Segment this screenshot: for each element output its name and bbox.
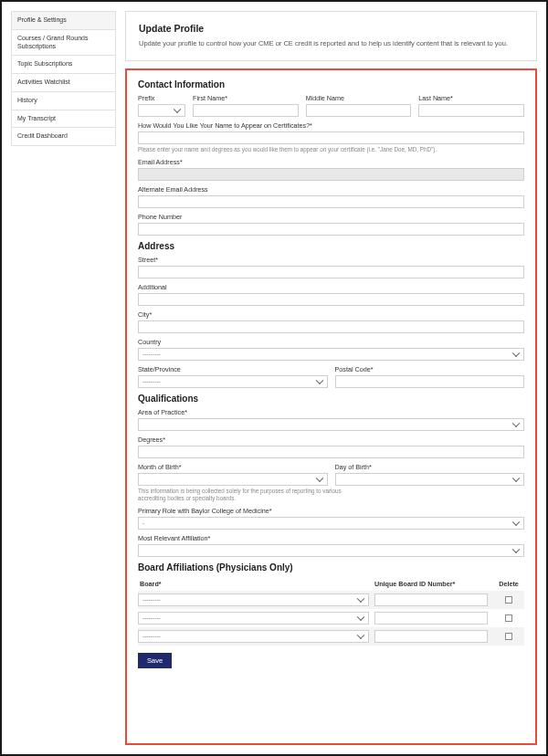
state-select[interactable]: --------- — [138, 375, 328, 388]
email-label: Email Address* — [138, 158, 524, 166]
mob-label: Month of Birth* — [138, 463, 328, 471]
delete-checkbox[interactable] — [505, 614, 512, 622]
alt-email-label: Alternate Email Address — [138, 185, 524, 194]
board-id-input[interactable] — [374, 593, 488, 606]
sidebar-item-history[interactable]: History — [11, 91, 116, 110]
header-card: Update Profile Update your profile to co… — [125, 11, 537, 61]
alt-email-input[interactable] — [138, 195, 524, 208]
table-row: --------- — [138, 591, 524, 609]
prefix-label: Prefix — [138, 94, 185, 102]
board-select[interactable]: --------- — [138, 593, 369, 606]
middle-name-label: Middle Name — [306, 94, 412, 102]
delete-checkbox[interactable] — [505, 633, 512, 640]
contact-section: Contact Information — [138, 79, 524, 89]
last-name-label: Last Name* — [418, 94, 524, 102]
postal-label: Postal Code* — [335, 365, 525, 373]
board-id-input[interactable] — [374, 612, 488, 625]
table-row: --------- — [138, 609, 524, 627]
role-label: Primary Role with Baylor College of Medi… — [138, 507, 524, 515]
area-label: Area of Practice* — [138, 408, 524, 416]
country-label: Country — [138, 338, 524, 346]
mob-select[interactable] — [138, 473, 328, 486]
board-select[interactable]: --------- — [138, 612, 369, 625]
page-desc: Update your profile to control how your … — [139, 39, 523, 49]
postal-input[interactable] — [335, 375, 525, 388]
sidebar: Profile & Settings Courses / Grand Round… — [11, 11, 116, 745]
cert-name-hint: Please enter your name and degrees as yo… — [138, 146, 524, 153]
boards-header: Board* Unique Board ID Number* Delete — [138, 577, 524, 591]
sidebar-item-transcript[interactable]: My Transcript — [11, 110, 116, 129]
sidebar-item-courses[interactable]: Courses / Grand Rounds Subscriptions — [11, 29, 116, 57]
address-section: Address — [138, 241, 524, 251]
boards-rows: --------- --------- --------- — [138, 591, 524, 646]
phone-input[interactable] — [138, 223, 524, 236]
role-select[interactable]: - — [138, 517, 524, 530]
country-select[interactable]: --------- — [138, 348, 524, 361]
main: Update Profile Update your profile to co… — [125, 11, 537, 745]
board-select[interactable]: --------- — [138, 630, 369, 643]
page-title: Update Profile — [139, 23, 523, 34]
phone-label: Phone Number — [138, 213, 524, 221]
street-input[interactable] — [138, 266, 524, 278]
state-label: State/Province — [138, 365, 328, 373]
cert-name-input[interactable] — [138, 131, 524, 144]
affil-label: Most Relevant Affiliation* — [138, 534, 524, 542]
street-label: Street* — [138, 256, 524, 264]
profile-form: Contact Information Prefix First Name* M… — [125, 68, 537, 746]
additional-input[interactable] — [138, 293, 524, 306]
first-name-label: First Name* — [193, 94, 299, 102]
cert-name-label: How Would You Like Your Name to Appear o… — [138, 121, 524, 130]
qual-section: Qualifications — [138, 394, 524, 404]
prefix-select[interactable] — [138, 104, 185, 117]
email-input[interactable] — [138, 168, 524, 181]
col-board: Board* — [138, 580, 374, 588]
dob-select[interactable] — [335, 473, 525, 486]
save-button[interactable]: Save — [138, 653, 172, 668]
city-label: City* — [138, 310, 524, 319]
sidebar-item-profile[interactable]: Profile & Settings — [11, 11, 116, 30]
sidebar-item-credit[interactable]: Credit Dashboard — [11, 127, 116, 146]
board-id-input[interactable] — [374, 630, 488, 643]
degrees-input[interactable] — [138, 446, 524, 458]
affil-select[interactable] — [138, 544, 524, 557]
last-name-input[interactable] — [418, 104, 524, 117]
dob-label: Day of Birth* — [335, 463, 525, 471]
col-id: Unique Board ID Number* — [374, 580, 493, 588]
additional-label: Additional — [138, 283, 524, 291]
city-input[interactable] — [138, 320, 524, 333]
boards-section: Board Affiliations (Physicians Only) — [138, 562, 524, 572]
table-row: --------- — [138, 627, 524, 646]
first-name-input[interactable] — [193, 104, 299, 117]
sidebar-item-watchlist[interactable]: Activities Watchlist — [11, 73, 116, 92]
delete-checkbox[interactable] — [505, 596, 512, 604]
degrees-label: Degrees* — [138, 436, 524, 444]
birth-note: This information is being collected sole… — [138, 488, 362, 502]
area-select[interactable] — [138, 418, 524, 431]
sidebar-item-topics[interactable]: Topic Subscriptions — [11, 55, 116, 74]
col-delete: Delete — [493, 580, 524, 588]
middle-name-input[interactable] — [306, 104, 412, 117]
